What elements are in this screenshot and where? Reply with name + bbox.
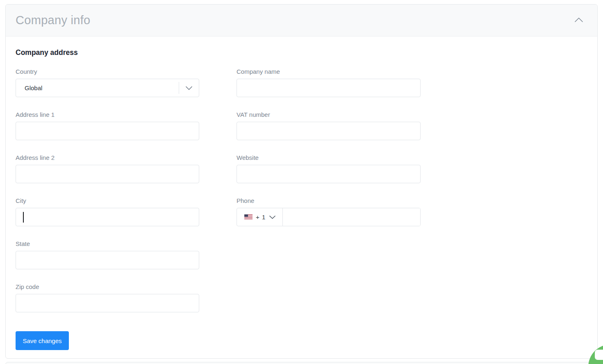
phone-label: Phone	[237, 197, 421, 204]
company-info-header: Company info	[6, 5, 597, 36]
address-line-2-input[interactable]	[16, 165, 199, 183]
next-section-card	[5, 362, 598, 364]
select-divider	[179, 82, 179, 94]
form-column-right: Company name VAT number Website Phone	[237, 68, 421, 312]
address-line-1-field: Address line 1	[16, 111, 199, 140]
phone-input-group: + 1	[237, 208, 421, 226]
phone-number-input[interactable]	[283, 208, 420, 226]
website-field: Website	[237, 154, 421, 183]
country-label: Country	[16, 68, 199, 75]
us-flag-icon	[244, 214, 253, 221]
zip-code-label: Zip code	[16, 283, 199, 290]
vat-number-field: VAT number	[237, 111, 421, 140]
state-field: State	[16, 240, 199, 269]
zip-code-input[interactable]	[16, 294, 199, 312]
zip-code-field: Zip code	[16, 283, 199, 312]
chevron-down-icon	[185, 86, 193, 90]
address-line-2-label: Address line 2	[16, 154, 199, 161]
text-cursor	[23, 212, 24, 223]
dial-code-selector[interactable]: + 1	[237, 208, 283, 226]
section-heading: Company address	[16, 48, 587, 57]
page-title: Company info	[16, 14, 91, 27]
state-input[interactable]	[16, 251, 199, 269]
chevron-up-icon	[574, 17, 583, 24]
company-info-card: Company info Company address Country Glo…	[5, 4, 598, 359]
city-label: City	[16, 197, 199, 204]
city-input[interactable]	[16, 208, 199, 226]
form-column-left: Country Global Address line 1	[16, 68, 199, 312]
company-address-form: Country Global Address line 1	[16, 68, 587, 312]
country-selected-value: Global	[25, 84, 42, 91]
collapse-section-button[interactable]	[573, 15, 585, 25]
address-line-2-field: Address line 2	[16, 154, 199, 183]
dial-code-value: + 1	[256, 214, 266, 221]
company-name-field: Company name	[237, 68, 421, 97]
chevron-down-icon	[269, 215, 276, 219]
city-field: City	[16, 197, 199, 226]
company-info-body: Company address Country Global	[6, 48, 597, 350]
address-line-1-label: Address line 1	[16, 111, 199, 118]
vat-number-input[interactable]	[237, 122, 421, 140]
website-input[interactable]	[237, 165, 421, 183]
address-line-1-input[interactable]	[16, 122, 199, 140]
company-name-input[interactable]	[237, 79, 421, 97]
vat-number-label: VAT number	[237, 111, 421, 118]
company-name-label: Company name	[237, 68, 421, 75]
country-field: Country Global	[16, 68, 199, 97]
save-changes-button[interactable]: Save changes	[16, 331, 69, 350]
phone-field: Phone	[237, 197, 421, 226]
website-label: Website	[237, 154, 421, 161]
state-label: State	[16, 240, 199, 247]
country-select[interactable]: Global	[16, 79, 199, 97]
